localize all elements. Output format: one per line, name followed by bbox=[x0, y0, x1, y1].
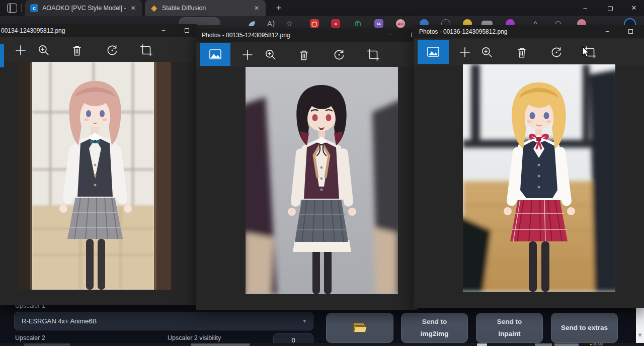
delete-icon[interactable] bbox=[70, 43, 84, 57]
tray-show-hidden-icon[interactable] bbox=[477, 343, 487, 346]
see-all-photos-icon bbox=[427, 45, 440, 58]
minimize-button[interactable]: – bbox=[155, 24, 172, 37]
close-window-button[interactable]: ✕ bbox=[626, 4, 641, 13]
upscaler1-value: R-ESRGAN 4x+ Anime6B bbox=[22, 317, 97, 325]
restore-icon bbox=[608, 6, 613, 11]
title-bar[interactable]: 00134-1243095812.png – bbox=[0, 24, 197, 37]
tray-icon[interactable] bbox=[535, 343, 552, 346]
zoom-in-icon[interactable] bbox=[37, 43, 51, 57]
tray-icon[interactable] bbox=[554, 343, 579, 346]
zoom-in-icon[interactable] bbox=[480, 45, 494, 59]
photos-window-00136[interactable]: Photos - 00136-1243095812.png – bbox=[414, 25, 644, 308]
tab-title: AOAOKO [PVC Style Model] - PV bbox=[42, 5, 126, 12]
crop-icon[interactable] bbox=[139, 43, 153, 57]
chevron-down-icon: ▾ bbox=[303, 318, 306, 324]
folder-open-icon bbox=[353, 323, 366, 333]
favorites-star-icon[interactable]: ☆ bbox=[285, 19, 294, 28]
minimize-button[interactable]: – bbox=[599, 25, 616, 38]
photos-toolbar bbox=[414, 39, 644, 65]
tab-title: Stable Diffusion bbox=[162, 5, 206, 12]
browser-tab-bar: c AOAOKO [PVC Style Model] - PV ✕ ◈ Stab… bbox=[0, 0, 644, 16]
send-to-extras-button[interactable]: Send to extras bbox=[551, 313, 618, 343]
maximize-icon bbox=[185, 28, 189, 33]
window-title: 00134-1243095812.png bbox=[0, 27, 65, 34]
maximize-button[interactable] bbox=[178, 24, 195, 37]
title-bar[interactable]: Photos - 00136-1243095812.png – bbox=[414, 25, 644, 38]
ext-bank-icon[interactable] bbox=[353, 19, 362, 28]
ext-chevrons-icon[interactable]: » bbox=[331, 19, 340, 28]
see-all-photos-button[interactable] bbox=[418, 40, 449, 64]
rotate-icon[interactable] bbox=[549, 45, 564, 59]
scroll-down-icon[interactable]: ▼ bbox=[636, 332, 644, 338]
close-tab-icon[interactable]: ✕ bbox=[253, 5, 261, 12]
send-to-inpaint-button[interactable]: Send to inpaint bbox=[476, 313, 543, 343]
photo-00136[interactable] bbox=[463, 64, 615, 292]
ext-a-wave-icon[interactable]: A⟩ bbox=[267, 19, 276, 28]
photo-00134[interactable] bbox=[19, 62, 171, 290]
add-icon[interactable] bbox=[14, 43, 28, 57]
windows-taskbar[interactable]: ● 46 AM bbox=[0, 343, 644, 346]
tab-aoaoko[interactable]: c AOAOKO [PVC Style Model] - PV ✕ bbox=[25, 0, 142, 16]
upscaler2-label: Upscaler 2 bbox=[15, 334, 45, 341]
gradio-favicon-icon: ◈ bbox=[150, 4, 158, 12]
see-all-photos-button[interactable] bbox=[200, 43, 230, 66]
mouse-cursor bbox=[582, 46, 591, 60]
divider bbox=[21, 4, 22, 12]
minimize-button[interactable]: – bbox=[382, 29, 399, 42]
page-scrollbar[interactable]: ▼ bbox=[636, 308, 644, 346]
maximize-icon bbox=[628, 29, 633, 34]
tab-actions-icon[interactable] bbox=[7, 4, 17, 13]
photos-toolbar bbox=[196, 42, 418, 67]
screen: { "browser": { "tabs": [ { "title": "AOA… bbox=[0, 0, 644, 346]
see-all-photos-button[interactable] bbox=[0, 44, 4, 67]
taskbar-fragment bbox=[24, 343, 70, 346]
ext-shark-icon[interactable] bbox=[248, 19, 257, 28]
rotate-icon[interactable] bbox=[332, 48, 346, 62]
photos-window-00134[interactable]: 00134-1243095812.png – bbox=[0, 24, 197, 305]
delete-icon[interactable] bbox=[297, 48, 311, 62]
zoom-in-icon[interactable] bbox=[264, 48, 278, 62]
delete-icon[interactable] bbox=[515, 45, 529, 59]
photos-toolbar bbox=[0, 37, 197, 62]
open-folder-button[interactable] bbox=[326, 313, 393, 343]
ext-ao-icon[interactable]: AO bbox=[396, 19, 405, 28]
upscaler2-visibility-label: Upscaler 2 visibility bbox=[168, 334, 221, 341]
ext-ia-icon[interactable]: IA bbox=[374, 19, 383, 28]
taskbar-clock[interactable]: ● 46 AM bbox=[590, 342, 603, 346]
restore-window-button[interactable] bbox=[603, 4, 618, 13]
crop-icon[interactable] bbox=[366, 48, 380, 62]
add-icon[interactable] bbox=[458, 45, 472, 59]
title-bar[interactable]: Photos - 00135-1243095812.png – bbox=[196, 29, 418, 42]
upscaler1-dropdown[interactable]: R-ESRGAN 4x+ Anime6B ▾ bbox=[14, 312, 313, 330]
rotate-icon[interactable] bbox=[105, 43, 119, 57]
photo-00135[interactable] bbox=[246, 67, 398, 294]
new-tab-button[interactable]: + bbox=[273, 3, 284, 14]
window-title: Photos - 00136-1243095812.png bbox=[414, 28, 507, 35]
add-icon[interactable] bbox=[240, 48, 255, 62]
close-tab-icon[interactable]: ✕ bbox=[130, 5, 137, 12]
maximize-button[interactable] bbox=[622, 25, 639, 38]
see-all-photos-icon bbox=[209, 48, 222, 61]
send-to-img2img-button[interactable]: Send to img2img bbox=[401, 313, 468, 343]
photos-window-00135[interactable]: Photos - 00135-1243095812.png – bbox=[196, 29, 418, 310]
minimize-window-button[interactable]: – bbox=[578, 4, 593, 13]
civitai-favicon-icon: c bbox=[30, 4, 38, 12]
tab-stable-diffusion[interactable]: ◈ Stable Diffusion ✕ bbox=[145, 0, 266, 16]
ext-red-o-icon[interactable]: ◯ bbox=[310, 19, 319, 28]
taskbar-fragment bbox=[191, 343, 250, 346]
window-title: Photos - 00135-1243095812.png bbox=[196, 32, 290, 39]
